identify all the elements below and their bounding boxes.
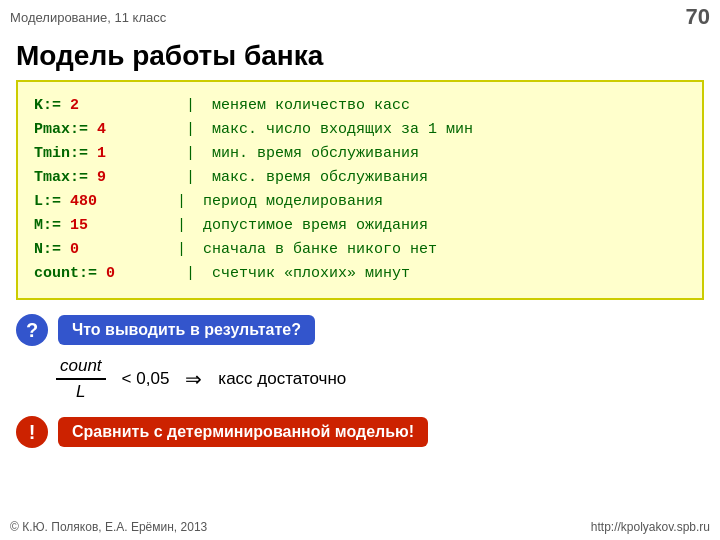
code-value-8: 0 xyxy=(106,262,115,286)
code-line-4: Tmax:= 9 | макс. время обслуживания xyxy=(34,166,686,190)
footer-right: http://kpolyakov.spb.ru xyxy=(591,520,710,534)
exclaim-section: ! Сравнить с детерминированной моделью! xyxy=(16,416,704,448)
code-pipe-2: | xyxy=(114,118,195,142)
code-keyword-6: M:= xyxy=(34,214,70,238)
page-title: Модель работы банка xyxy=(0,34,720,80)
code-line-1: K:= 2 | меняем количество касс xyxy=(34,94,686,118)
code-value-4: 9 xyxy=(97,166,106,190)
code-pipe-3: | xyxy=(114,142,195,166)
code-value-2: 4 xyxy=(97,118,106,142)
exclaim-bubble-text: Сравнить с детерминированной моделью! xyxy=(58,417,428,447)
question-bubble-text: Что выводить в результате? xyxy=(58,315,315,345)
question-section: ? Что выводить в результате? xyxy=(16,314,704,346)
code-keyword-3: Tmin:= xyxy=(34,142,97,166)
fraction-numerator: count xyxy=(56,356,106,380)
code-keyword-2: Pmax:= xyxy=(34,118,97,142)
footer: © К.Ю. Поляков, Е.А. Ерёмин, 2013 http:/… xyxy=(0,520,720,534)
code-line-5: L:= 480 | период моделирования xyxy=(34,190,686,214)
fraction-denominator: L xyxy=(72,380,89,402)
top-bar: Моделирование, 11 класс 70 xyxy=(0,0,720,34)
code-keyword-7: N:= xyxy=(34,238,70,262)
code-value-6: 15 xyxy=(70,214,88,238)
code-keyword-5: L:= xyxy=(34,190,70,214)
code-value-5: 480 xyxy=(70,190,97,214)
code-comment-1: меняем количество касс xyxy=(203,94,410,118)
code-comment-7: сначала в банке никого нет xyxy=(194,238,437,262)
code-pipe-1: | xyxy=(87,94,195,118)
code-comment-2: макс. число входящих за 1 мин xyxy=(203,118,473,142)
formula-fraction: count L xyxy=(56,356,106,402)
code-pipe-6: | xyxy=(96,214,186,238)
question-icon: ? xyxy=(16,314,48,346)
exclaim-icon: ! xyxy=(16,416,48,448)
formula-section: count L < 0,05 ⇒ касс достаточно xyxy=(56,356,704,402)
footer-left: © К.Ю. Поляков, Е.А. Ерёмин, 2013 xyxy=(10,520,207,534)
code-line-8: count:= 0 | счетчик «плохих» минут xyxy=(34,262,686,286)
code-comment-4: макс. время обслуживания xyxy=(203,166,428,190)
code-line-2: Pmax:= 4 | макс. число входящих за 1 мин xyxy=(34,118,686,142)
subject-label: Моделирование, 11 класс xyxy=(10,10,166,25)
code-value-1: 2 xyxy=(70,94,79,118)
code-pipe-7: | xyxy=(87,238,186,262)
code-pipe-8: | xyxy=(123,262,195,286)
code-keyword-8: count:= xyxy=(34,262,106,286)
code-keyword-4: Tmax:= xyxy=(34,166,97,190)
code-comment-6: допустимое время ожидания xyxy=(194,214,428,238)
code-value-7: 0 xyxy=(70,238,79,262)
formula-lt: < 0,05 xyxy=(122,369,170,389)
code-comment-3: мин. время обслуживания xyxy=(203,142,419,166)
code-value-3: 1 xyxy=(97,142,106,166)
code-pipe-5: | xyxy=(105,190,186,214)
formula-arrow: ⇒ xyxy=(185,367,202,391)
code-keyword-1: K:= xyxy=(34,94,70,118)
formula-conclusion: касс достаточно xyxy=(218,369,346,389)
code-line-3: Tmin:= 1 | мин. время обслуживания xyxy=(34,142,686,166)
code-box: K:= 2 | меняем количество касс Pmax:= 4 … xyxy=(16,80,704,300)
code-comment-5: период моделирования xyxy=(194,190,383,214)
code-pipe-4: | xyxy=(114,166,195,190)
code-line-7: N:= 0 | сначала в банке никого нет xyxy=(34,238,686,262)
page-number: 70 xyxy=(686,4,710,30)
code-comment-8: счетчик «плохих» минут xyxy=(203,262,410,286)
code-line-6: M:= 15 | допустимое время ожидания xyxy=(34,214,686,238)
